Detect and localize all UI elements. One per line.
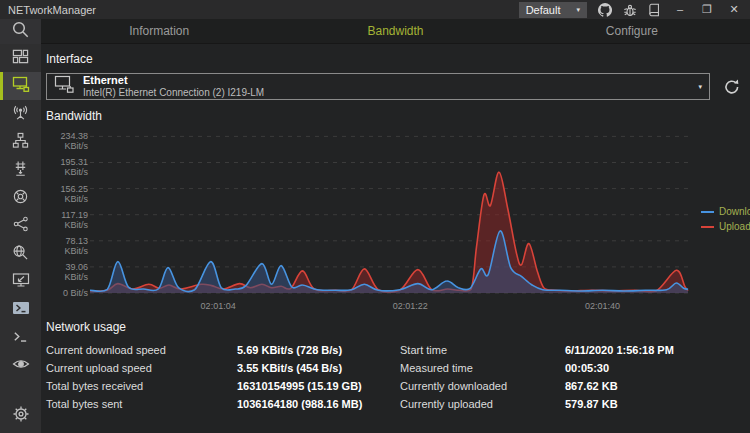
ping-monitor-icon <box>12 188 29 209</box>
close-button[interactable]: ✕ <box>726 0 742 19</box>
usage-value: 6/11/2020 1:56:18 PM <box>565 344 674 356</box>
usage-value: 579.87 KB <box>565 398 618 410</box>
sidebar-spacer <box>0 380 41 399</box>
minimize-button[interactable]: – <box>672 0 688 19</box>
sidebar-item-powershell[interactable] <box>0 296 41 324</box>
network-interface-icon <box>12 76 30 97</box>
usage-label: Start time <box>400 344 565 356</box>
maximize-button[interactable]: ❐ <box>699 0 715 19</box>
interface-name: Ethernet <box>83 74 690 87</box>
legend-label-download: Download <box>719 206 750 217</box>
usage-value: 867.62 KB <box>565 380 618 392</box>
usage-label: Currently uploaded <box>400 398 565 410</box>
network-usage-right-column: Start time 6/11/2020 1:56:18 PM Measured… <box>400 341 674 413</box>
sidebar-item-settings[interactable] <box>0 399 41 433</box>
upload-line-swatch <box>701 226 714 228</box>
ethernet-adapter-icon <box>54 75 75 98</box>
usage-row: Measured time 00:05:30 <box>400 359 674 377</box>
chevron-down-icon: ▾ <box>698 83 702 90</box>
sidebar-item-dashboard[interactable] <box>0 44 41 72</box>
window-title: NETworkManager <box>8 4 96 16</box>
y-axis-label: 195.31 KBit/s <box>46 157 88 177</box>
sidebar-item-ip-scanner[interactable] <box>0 128 41 156</box>
y-axis-label: 78.13 KBit/s <box>46 236 88 256</box>
x-axis-label: 02:01:40 <box>585 301 620 311</box>
profile-dropdown[interactable]: Default ▾ <box>519 2 587 18</box>
tigervnc-icon <box>12 357 30 375</box>
usage-label: Total bytes sent <box>46 398 237 410</box>
powershell-icon <box>12 300 30 320</box>
dns-lookup-icon <box>12 244 29 265</box>
usage-value: 5.69 KBit/s (728 B/s) <box>237 344 342 356</box>
usage-row: Currently downloaded 867.62 KB <box>400 377 674 395</box>
usage-value: 00:05:30 <box>565 362 609 374</box>
sidebar-item-remote-desktop[interactable] <box>0 268 41 296</box>
y-axis-label: 117.19 KBit/s <box>46 210 88 230</box>
usage-label: Total bytes received <box>46 380 237 392</box>
settings-gear-icon <box>12 405 30 427</box>
tab-information[interactable]: Information <box>41 19 277 43</box>
sidebar-item-traceroute[interactable] <box>0 212 41 240</box>
profile-dropdown-value: Default <box>526 4 561 16</box>
usage-row: Total bytes received 16310154995 (15.19 … <box>46 377 400 395</box>
sidebar-search-button[interactable] <box>0 19 41 44</box>
chart-legend: Download Upload <box>701 204 750 234</box>
y-axis-label: 234.38 KBit/s <box>46 131 88 151</box>
ip-scanner-icon <box>12 132 29 153</box>
interface-dropdown[interactable]: Ethernet Intel(R) Ethernet Connection (2… <box>46 73 710 100</box>
sidebar <box>0 19 41 433</box>
sidebar-item-port-scanner[interactable] <box>0 156 41 184</box>
interface-dropdown-texts: Ethernet Intel(R) Ethernet Connection (2… <box>83 74 690 98</box>
usage-row: Currently uploaded 579.87 KB <box>400 395 674 413</box>
remote-desktop-icon <box>12 272 30 293</box>
network-usage-left-column: Current download speed 5.69 KBit/s (728 … <box>46 341 400 413</box>
sidebar-item-ping-monitor[interactable] <box>0 184 41 212</box>
dashboard-icon <box>12 48 29 69</box>
interface-description: Intel(R) Ethernet Connection (2) I219-LM <box>83 87 690 99</box>
documentation-icon[interactable] <box>648 3 661 17</box>
bug-report-icon[interactable] <box>623 3 637 17</box>
interface-row: Ethernet Intel(R) Ethernet Connection (2… <box>46 73 750 100</box>
y-axis-label: 156.25 KBit/s <box>46 184 88 204</box>
sidebar-item-wlan[interactable] <box>0 100 41 128</box>
y-axis-label: 39.06 KBit/s <box>46 262 88 282</box>
chevron-down-icon: ▾ <box>576 6 580 13</box>
usage-label: Measured time <box>400 362 565 374</box>
main-content: Interface Ethernet Intel(R) Ethernet Con… <box>41 44 750 433</box>
titlebar: NETworkManager Default ▾ – ❐ ✕ <box>0 0 750 19</box>
legend-item-upload: Upload <box>701 219 750 234</box>
tab-configure[interactable]: Configure <box>514 19 750 43</box>
search-icon <box>11 20 30 43</box>
usage-row: Total bytes sent 1036164180 (988.16 MB) <box>46 395 400 413</box>
usage-label: Current download speed <box>46 344 237 356</box>
legend-label-upload: Upload <box>719 221 750 232</box>
usage-row: Start time 6/11/2020 1:56:18 PM <box>400 341 674 359</box>
usage-label: Currently downloaded <box>400 380 565 392</box>
bandwidth-chart-container: Download Upload 234.38 KBit/s195.31 KBit… <box>46 124 750 320</box>
sidebar-item-tigervnc[interactable] <box>0 352 41 380</box>
wlan-icon <box>12 104 29 125</box>
usage-value: 3.55 KBit/s (454 B/s) <box>237 362 342 374</box>
usage-row: Current download speed 5.69 KBit/s (728 … <box>46 341 400 359</box>
github-icon[interactable] <box>598 3 612 17</box>
network-usage-heading: Network usage <box>46 320 750 334</box>
usage-row: Current upload speed 3.55 KBit/s (454 B/… <box>46 359 400 377</box>
usage-value: 1036164180 (988.16 MB) <box>237 398 362 410</box>
y-axis-label: 0 Bit/s <box>46 288 88 298</box>
sidebar-item-network-interface[interactable] <box>0 72 41 100</box>
x-axis-label: 02:01:04 <box>201 301 236 311</box>
bandwidth-chart <box>46 124 750 320</box>
sidebar-item-dns-lookup[interactable] <box>0 240 41 268</box>
refresh-button[interactable] <box>723 78 741 96</box>
putty-icon <box>12 328 29 349</box>
usage-label: Current upload speed <box>46 362 237 374</box>
usage-value: 16310154995 (15.19 GB) <box>237 380 362 392</box>
legend-item-download: Download <box>701 204 750 219</box>
traceroute-icon <box>13 216 29 236</box>
network-usage-grid: Current download speed 5.69 KBit/s (728 … <box>46 341 750 413</box>
port-scanner-icon <box>12 160 29 181</box>
bandwidth-heading: Bandwidth <box>46 109 750 123</box>
tab-bandwidth[interactable]: Bandwidth <box>277 19 513 43</box>
titlebar-controls: Default ▾ – ❐ ✕ <box>519 0 742 19</box>
sidebar-item-putty[interactable] <box>0 324 41 352</box>
